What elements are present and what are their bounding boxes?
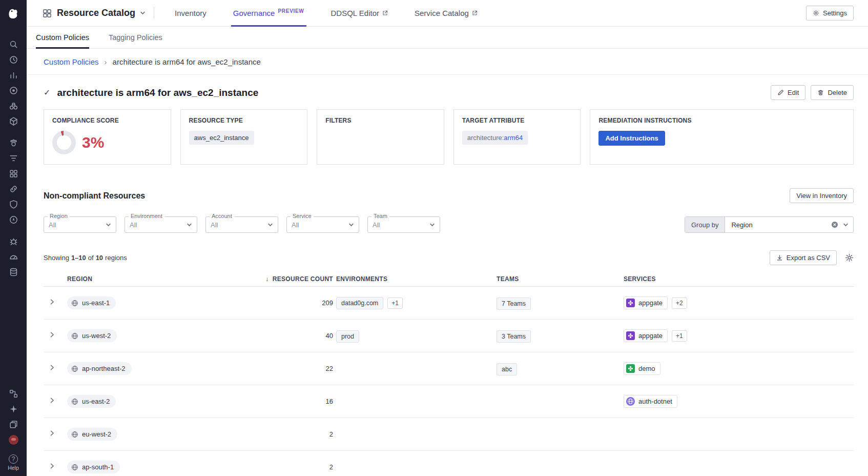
region-tag[interactable]: us-east-2 — [67, 395, 116, 408]
delete-button[interactable]: Delete — [811, 85, 854, 100]
col-services[interactable]: SERVICES — [624, 275, 854, 283]
region-filter-select[interactable]: Region All — [44, 216, 116, 233]
help-label: Help — [8, 465, 19, 471]
region-tag[interactable]: ap-south-1 — [67, 461, 120, 473]
more-environments-tag[interactable]: +1 — [387, 298, 403, 309]
target-attribute-chip[interactable]: architecture:arm64 — [462, 131, 528, 145]
preview-badge: PREVIEW — [278, 8, 304, 14]
col-environments[interactable]: ENVIRONMENTS — [336, 275, 497, 283]
resource-type-chip[interactable]: aws_ec2_instance — [189, 131, 254, 145]
expand-row-icon[interactable] — [48, 429, 56, 437]
environment-tag[interactable]: prod — [336, 330, 359, 343]
table-row[interactable]: us-west-2 40 prod 3 Teams appgate +1 — [44, 320, 854, 352]
region-tag[interactable]: eu-west-2 — [67, 428, 117, 441]
nav-item-governance[interactable]: Governance PREVIEW — [233, 0, 304, 26]
table-row[interactable]: eu-west-2 2 — [44, 418, 854, 451]
group-by-select[interactable]: Group by Region — [685, 216, 854, 233]
breadcrumb: Custom Policies › architecture is arm64 … — [27, 49, 868, 75]
watch-icon[interactable] — [4, 98, 23, 113]
resource-count: 2 — [236, 430, 336, 438]
trash-icon — [817, 89, 824, 96]
environment-tag[interactable]: datad0g.com — [336, 297, 383, 309]
software-delivery-icon[interactable] — [4, 196, 23, 212]
quality-gates-icon[interactable] — [4, 83, 23, 98]
gear-icon — [813, 10, 819, 16]
clear-group-by-icon[interactable] — [831, 221, 838, 228]
breadcrumb-separator: › — [105, 57, 107, 66]
check-icon: ✓ — [44, 88, 50, 97]
expand-row-icon[interactable] — [48, 396, 56, 404]
chevron-down-icon — [187, 222, 192, 228]
chevron-down-icon — [843, 222, 849, 228]
download-icon — [776, 254, 783, 261]
col-resource-count[interactable]: ↓RESOURCE COUNT — [236, 275, 336, 283]
view-in-inventory-button[interactable]: View in Inventory — [790, 188, 854, 203]
nav-item-inventory[interactable]: Inventory — [175, 0, 206, 26]
table-row[interactable]: ap-northeast-2 22 abc demo — [44, 352, 854, 385]
expand-row-icon[interactable] — [48, 462, 56, 470]
teams-tag[interactable]: abc — [497, 363, 517, 375]
table-row[interactable]: us-east-2 16 auth-dotnet — [44, 385, 854, 418]
nav-item-ddsql-editor[interactable]: DDSQL Editor — [331, 0, 388, 26]
add-instructions-button[interactable]: Add Instructions — [598, 131, 665, 146]
col-region[interactable]: REGION — [67, 275, 236, 283]
settings-button[interactable]: Settings — [806, 6, 854, 21]
region-tag[interactable]: ap-northeast-2 — [67, 362, 132, 375]
filters-card: FILTERS — [317, 109, 444, 165]
nav-item-service-catalog[interactable]: Service Catalog — [415, 0, 478, 26]
watchdog-history-icon[interactable] — [4, 52, 23, 67]
globe-icon — [71, 300, 78, 307]
log-pipelines-icon[interactable] — [4, 150, 23, 166]
teams-tag[interactable]: 3 Teams — [497, 330, 531, 343]
export-csv-button[interactable]: Export as CSV — [770, 250, 837, 265]
search-icon[interactable] — [4, 36, 23, 52]
dashboards-icon[interactable] — [4, 166, 23, 181]
expand-row-icon[interactable] — [48, 331, 56, 339]
expand-row-icon[interactable] — [48, 364, 56, 371]
environment-filter-select[interactable]: Environment All — [125, 216, 197, 233]
databases-icon[interactable] — [4, 264, 23, 280]
error-tracking-icon[interactable] — [4, 233, 23, 249]
apm-link-icon[interactable] — [4, 181, 23, 196]
service-chip[interactable]: auth-dotnet — [624, 395, 677, 408]
tab-tagging-policies[interactable]: Tagging Policies — [109, 27, 162, 48]
table-row[interactable]: ap-south-1 2 — [44, 451, 854, 476]
service-chip[interactable]: appgate — [624, 296, 668, 309]
appgate-icon — [626, 331, 635, 340]
teams-tag[interactable]: 7 Teams — [497, 298, 531, 310]
app-title: Resource Catalog — [57, 8, 135, 18]
tab-custom-policies[interactable]: Custom Policies — [36, 27, 89, 48]
col-teams[interactable]: TEAMS — [497, 275, 624, 283]
expand-row-icon[interactable] — [48, 298, 56, 306]
team-filter-select[interactable]: Team All — [367, 216, 440, 233]
account-filter-select[interactable]: Account All — [205, 216, 278, 233]
region-tag[interactable]: us-east-1 — [67, 296, 116, 309]
globe-icon — [71, 398, 78, 405]
external-link-icon — [382, 10, 388, 16]
ai-sparkle-icon[interactable] — [4, 401, 23, 417]
region-tag[interactable]: us-west-2 — [67, 329, 117, 342]
table-row[interactable]: us-east-1 209 datad0g.com+1 7 Teams appg… — [44, 287, 854, 320]
service-chip[interactable]: appgate — [624, 329, 668, 342]
service-chip[interactable]: demo — [624, 362, 660, 375]
performance-gauge-icon[interactable] — [4, 249, 23, 264]
help-button[interactable]: ? Help — [8, 454, 19, 471]
datadog-logo-icon[interactable] — [4, 4, 23, 23]
workflows-icon[interactable] — [4, 386, 23, 401]
security-compass-icon[interactable] — [4, 212, 23, 227]
infrastructure-icon[interactable] — [4, 113, 23, 129]
sandbox-frames-icon[interactable] — [4, 417, 23, 432]
table-settings-gear-icon[interactable] — [845, 253, 854, 262]
chevron-down-icon — [106, 222, 111, 228]
metrics-icon[interactable] — [4, 67, 23, 83]
app-switcher[interactable]: Resource Catalog — [42, 0, 146, 26]
pawprint-icon[interactable] — [4, 135, 23, 150]
more-services-tag[interactable]: +1 — [672, 330, 687, 342]
more-services-tag[interactable]: +2 — [672, 298, 687, 309]
breadcrumb-parent-link[interactable]: Custom Policies — [44, 57, 99, 66]
demo-service-icon — [626, 364, 635, 373]
edit-button[interactable]: Edit — [771, 85, 805, 100]
bits-ai-icon[interactable] — [4, 432, 23, 447]
compliance-score-card: COMPLIANCE SCORE 3% — [44, 109, 171, 165]
service-filter-select[interactable]: Service All — [286, 216, 359, 233]
